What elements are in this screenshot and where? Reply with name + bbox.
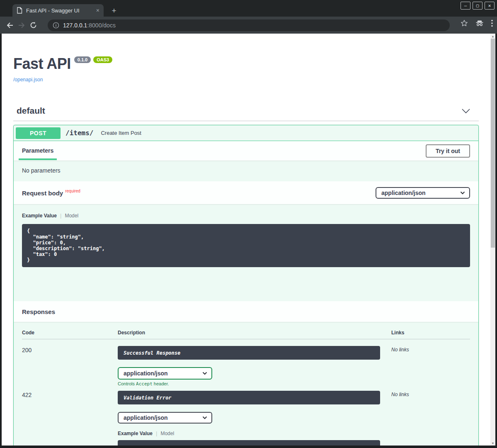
- column-header-code: Code: [22, 330, 118, 336]
- incognito-icon: [475, 20, 484, 27]
- no-parameters-text: No parameters: [14, 161, 478, 181]
- request-example-area: Example Value | Model { "name": "string"…: [14, 204, 478, 301]
- tag-section-default[interactable]: default: [13, 106, 479, 121]
- page-title: Fast API: [13, 55, 71, 72]
- scrollbar-down-icon[interactable]: ▼: [490, 441, 495, 446]
- page-scrollbar[interactable]: ▲ ▼: [490, 34, 495, 446]
- tab-title: Fast API - Swagger UI: [26, 7, 92, 14]
- tag-name: default: [13, 106, 45, 116]
- response-example-code: [118, 440, 380, 446]
- controls-accept-note: Controls Accept header.: [118, 381, 391, 387]
- responses-header: Responses: [14, 301, 478, 322]
- column-header-description: Description: [118, 330, 391, 336]
- column-header-links: Links: [391, 330, 470, 336]
- response-code: 200: [22, 346, 118, 387]
- response-media-type-select-422[interactable]: application/json: [118, 412, 212, 424]
- bookmark-star-icon[interactable]: [461, 19, 468, 27]
- response-links: No links: [391, 391, 470, 446]
- response-description: Successful Response: [118, 346, 380, 360]
- response-media-type-select-200[interactable]: application/json: [118, 367, 212, 380]
- request-media-type-select[interactable]: application/json: [376, 187, 470, 199]
- opblock-post-items: POST /items/ Create Item Post Parameters…: [13, 125, 479, 446]
- response-row-422: 422 Validation Error application/json Ex…: [22, 391, 470, 446]
- tab-example-value[interactable]: Example Value: [118, 431, 153, 436]
- request-example-code: { "name": "string", "price": 0, "descrip…: [22, 224, 470, 267]
- responses-label: Responses: [22, 308, 55, 315]
- select-chevron-icon: [460, 191, 465, 195]
- operation-summary[interactable]: POST /items/ Create Item Post: [14, 125, 478, 141]
- window-controls: — ▢ ✕: [461, 2, 495, 10]
- tab-parameters[interactable]: Parameters: [22, 141, 53, 160]
- parameters-header: Parameters Try it out: [14, 141, 478, 161]
- openapi-spec-link[interactable]: /openapi.json: [13, 77, 479, 83]
- request-body-header: Request bodyrequired application/json: [14, 181, 478, 204]
- response-row-200: 200 Successful Response application/json…: [22, 346, 470, 387]
- required-label: required: [65, 189, 80, 193]
- method-badge: POST: [16, 127, 61, 139]
- forward-icon[interactable]: [16, 19, 27, 31]
- new-tab-button[interactable]: +: [109, 6, 119, 16]
- select-chevron-icon: [202, 416, 207, 419]
- oas3-badge: OAS3: [93, 56, 112, 63]
- page-favicon-icon: [17, 7, 22, 14]
- responses-table: Code Description Links 200 Successful Re…: [14, 322, 478, 446]
- close-button[interactable]: ✕: [485, 2, 495, 10]
- version-badge: 0.1.0: [74, 56, 91, 63]
- request-body-label: Request bodyrequired: [22, 189, 80, 197]
- tab-close-icon[interactable]: ×: [96, 7, 99, 14]
- chevron-down-icon[interactable]: [461, 108, 470, 114]
- minimize-button[interactable]: —: [461, 2, 470, 10]
- reload-icon[interactable]: [27, 19, 39, 31]
- operation-path: /items/: [65, 129, 93, 137]
- tab-model[interactable]: Model: [160, 431, 174, 436]
- scrollbar-thumb[interactable]: [491, 39, 495, 248]
- browser-menu-icon[interactable]: [491, 19, 493, 27]
- response-description: Validation Error: [118, 391, 380, 404]
- tab-model[interactable]: Model: [65, 213, 78, 219]
- response-description-cell: Successful Response application/json Con…: [118, 346, 391, 387]
- url-text: 127.0.0.1:8000/docs: [63, 22, 116, 29]
- tab-example-value[interactable]: Example Value: [22, 213, 57, 219]
- swagger-page: Fast API0.1.0OAS3 /openapi.json default …: [2, 34, 490, 446]
- site-info-icon[interactable]: [53, 22, 59, 29]
- browser-tab[interactable]: Fast API - Swagger UI ×: [12, 4, 104, 17]
- back-icon[interactable]: [4, 19, 16, 31]
- browser-titlebar: — ▢ ✕ Fast API - Swagger UI × +: [0, 0, 497, 17]
- toolbar-actions: [461, 19, 493, 27]
- select-chevron-icon: [202, 372, 207, 375]
- response-code: 422: [22, 391, 118, 446]
- api-info: Fast API0.1.0OAS3 /openapi.json: [13, 55, 479, 83]
- maximize-button[interactable]: ▢: [473, 2, 482, 10]
- scrollbar-up-icon[interactable]: ▲: [490, 34, 495, 39]
- response-description-cell: Validation Error application/json Exampl…: [118, 391, 391, 446]
- try-it-out-button[interactable]: Try it out: [426, 144, 470, 158]
- operation-summary-text: Create Item Post: [101, 130, 141, 136]
- response-links: No links: [391, 346, 470, 387]
- url-bar[interactable]: 127.0.0.1:8000/docs: [48, 19, 450, 31]
